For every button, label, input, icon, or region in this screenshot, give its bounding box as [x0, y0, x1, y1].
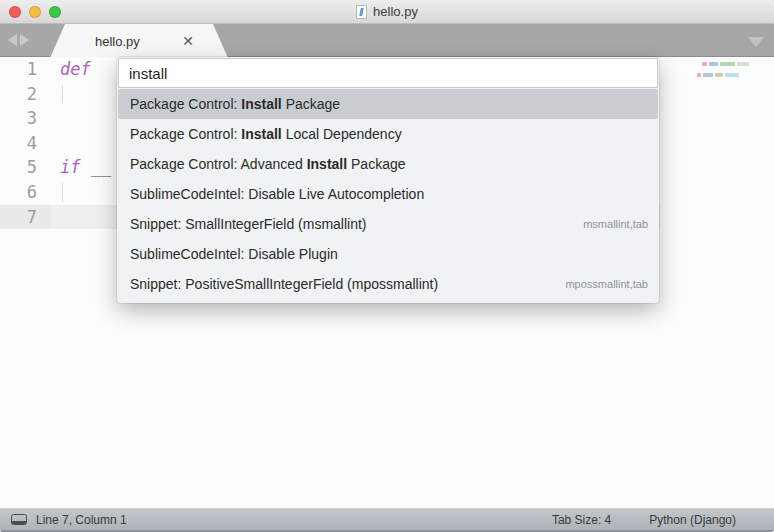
minimap-row [697, 73, 739, 77]
palette-item-label: SublimeCodeIntel: Disable Plugin [130, 246, 338, 262]
tab-scroll-left-icon[interactable] [8, 34, 17, 46]
minimap-row [702, 62, 749, 66]
traffic-lights [9, 6, 61, 18]
palette-item[interactable]: Package Control: Advanced Install Packag… [118, 149, 658, 179]
line-number[interactable]: 3 [0, 106, 50, 131]
palette-item-hint: msmallint,tab [583, 218, 648, 230]
tab-nav-arrows [8, 34, 29, 46]
code-text [50, 131, 60, 156]
minimap-segment [737, 62, 749, 66]
palette-item-label: SublimeCodeIntel: Disable Live Autocompl… [130, 186, 424, 202]
code-text [50, 82, 60, 107]
minimize-window-button[interactable] [29, 6, 41, 18]
command-palette-list: Package Control: Install PackagePackage … [118, 89, 658, 299]
minimap-segment [702, 62, 707, 66]
palette-item[interactable]: Package Control: Install Local Dependenc… [118, 119, 658, 149]
line-number[interactable]: 7 [0, 205, 50, 230]
code-text [50, 205, 60, 230]
command-palette-input[interactable] [118, 58, 658, 88]
line-number[interactable]: 2 [0, 82, 50, 107]
code-text [50, 106, 60, 131]
indent-guide [62, 85, 63, 104]
indent-guide [62, 183, 63, 202]
title-bar[interactable]: hello.py [0, 0, 774, 24]
palette-item[interactable]: SublimeCodeIntel: Disable Plugin [118, 239, 658, 269]
tab-size-indicator[interactable]: Tab Size: 4 [552, 513, 611, 527]
tab-overflow-icon[interactable] [748, 37, 764, 47]
minimap-segment [709, 62, 718, 66]
zoom-window-button[interactable] [49, 6, 61, 18]
minimap-segment [715, 73, 723, 77]
status-bar: Line 7, Column 1 Tab Size: 4 Python (Dja… [0, 508, 774, 532]
palette-item-label: Package Control: Install Package [130, 96, 340, 112]
line-number[interactable]: 1 [0, 57, 50, 82]
code-text: def [50, 57, 101, 82]
palette-item-selected[interactable]: Package Control: Install Package [118, 89, 658, 119]
code-text [50, 180, 60, 205]
window-title: hello.py [373, 4, 418, 19]
palette-item-hint: mpossmallint,tab [565, 278, 648, 290]
syntax-indicator[interactable]: Python (Django) [649, 513, 736, 527]
panel-icon[interactable] [11, 514, 27, 525]
palette-item[interactable]: SublimeCodeIntel: Disable Live Autocompl… [118, 179, 658, 209]
tab-scroll-right-icon[interactable] [20, 34, 29, 46]
command-palette: Package Control: Install PackagePackage … [117, 57, 659, 303]
palette-item-label: Snippet: PositiveSmallIntegerField (mpos… [130, 276, 438, 292]
minimap-segment [703, 73, 713, 77]
close-window-button[interactable] [9, 6, 21, 18]
tab-close-icon[interactable]: ✕ [182, 34, 194, 48]
minimap-segment [697, 73, 701, 77]
line-number[interactable]: 6 [0, 180, 50, 205]
code-text: if __ [50, 155, 111, 180]
tab-bar: hello.py ✕ [0, 24, 774, 57]
line-number[interactable]: 4 [0, 131, 50, 156]
palette-item[interactable]: Snippet: SmallIntegerField (msmallint)ms… [118, 209, 658, 239]
palette-item-label: Snippet: SmallIntegerField (msmallint) [130, 216, 367, 232]
title-group: hello.py [356, 4, 418, 19]
minimap-segment [720, 62, 735, 66]
minimap[interactable] [696, 60, 766, 90]
sublime-text-window: hello.py hello.py ✕ 1def 2345if __67 Pac… [0, 0, 774, 532]
cursor-position[interactable]: Line 7, Column 1 [36, 513, 127, 527]
palette-item-label: Package Control: Install Local Dependenc… [130, 126, 402, 142]
line-number[interactable]: 5 [0, 155, 50, 180]
minimap-segment [725, 73, 739, 77]
document-icon [356, 5, 367, 19]
tab-label: hello.py [95, 34, 140, 49]
tab-hello-py[interactable]: hello.py ✕ [50, 24, 228, 58]
palette-item[interactable]: Snippet: PositiveSmallIntegerField (mpos… [118, 269, 658, 299]
status-right: Tab Size: 4 Python (Django) [552, 513, 774, 527]
palette-item-label: Package Control: Advanced Install Packag… [130, 156, 406, 172]
